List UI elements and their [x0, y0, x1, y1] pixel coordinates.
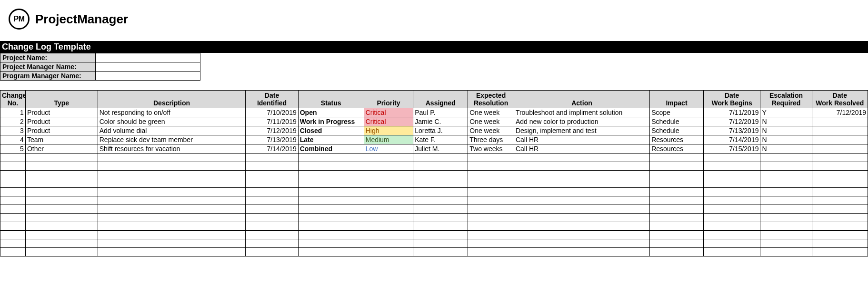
cell-status[interactable]: Closed [298, 126, 364, 135]
empty-cell[interactable] [246, 171, 298, 179]
empty-cell[interactable] [25, 179, 98, 188]
empty-cell[interactable] [468, 162, 514, 171]
empty-cell[interactable] [413, 205, 468, 214]
empty-cell[interactable] [650, 179, 704, 188]
empty-cell[interactable] [246, 154, 298, 162]
empty-cell[interactable] [650, 196, 704, 205]
empty-cell[interactable] [25, 214, 98, 222]
empty-cell[interactable] [364, 239, 413, 248]
meta-value[interactable] [96, 72, 200, 81]
empty-cell[interactable] [0, 214, 26, 222]
cell-no[interactable]: 2 [0, 117, 26, 126]
empty-cell[interactable] [650, 188, 704, 196]
cell-impact[interactable]: Resources [650, 135, 704, 144]
cell-dateWB[interactable]: 7/12/2019 [703, 117, 760, 126]
cell-status[interactable]: Combined [298, 144, 364, 154]
cell-impact[interactable]: Schedule [650, 117, 704, 126]
cell-type[interactable]: Team [25, 135, 98, 144]
cell-dateId[interactable]: 7/11/2019 [246, 117, 298, 126]
empty-cell[interactable] [25, 171, 98, 179]
cell-assigned[interactable]: Jamie C. [413, 117, 468, 126]
empty-cell[interactable] [413, 214, 468, 222]
empty-cell[interactable] [98, 188, 246, 196]
cell-dateR[interactable] [812, 135, 868, 144]
cell-type[interactable]: Product [25, 126, 98, 135]
empty-cell[interactable] [413, 171, 468, 179]
empty-cell[interactable] [25, 196, 98, 205]
empty-cell[interactable] [246, 162, 298, 171]
empty-cell[interactable] [246, 239, 298, 248]
meta-value[interactable] [96, 53, 200, 62]
cell-desc[interactable]: Replace sick dev team member [98, 135, 246, 144]
empty-cell[interactable] [246, 196, 298, 205]
cell-no[interactable]: 4 [0, 135, 26, 144]
empty-cell[interactable] [514, 248, 649, 256]
empty-cell[interactable] [298, 248, 364, 256]
empty-cell[interactable] [760, 231, 812, 239]
cell-impact[interactable]: Schedule [650, 126, 704, 135]
empty-cell[interactable] [703, 188, 760, 196]
empty-cell[interactable] [514, 205, 649, 214]
empty-cell[interactable] [650, 162, 704, 171]
cell-dateId[interactable]: 7/14/2019 [246, 144, 298, 154]
empty-cell[interactable] [514, 154, 649, 162]
empty-cell[interactable] [98, 231, 246, 239]
empty-cell[interactable] [0, 239, 26, 248]
empty-cell[interactable] [812, 222, 868, 231]
cell-status[interactable]: Late [298, 135, 364, 144]
empty-cell[interactable] [703, 214, 760, 222]
empty-cell[interactable] [98, 162, 246, 171]
empty-cell[interactable] [650, 239, 704, 248]
empty-cell[interactable] [98, 214, 246, 222]
cell-expRes[interactable]: Three days [468, 135, 514, 144]
empty-cell[interactable] [812, 162, 868, 171]
empty-cell[interactable] [514, 171, 649, 179]
cell-priority[interactable]: High [364, 126, 413, 135]
empty-cell[interactable] [0, 188, 26, 196]
cell-dateR[interactable] [812, 126, 868, 135]
cell-type[interactable]: Product [25, 108, 98, 117]
empty-cell[interactable] [812, 205, 868, 214]
cell-esc[interactable]: N [760, 144, 812, 154]
empty-cell[interactable] [468, 179, 514, 188]
empty-cell[interactable] [413, 154, 468, 162]
empty-cell[interactable] [98, 248, 246, 256]
empty-cell[interactable] [514, 214, 649, 222]
cell-priority[interactable]: Low [364, 144, 413, 154]
cell-dateWB[interactable]: 7/15/2019 [703, 144, 760, 154]
empty-cell[interactable] [703, 162, 760, 171]
empty-cell[interactable] [25, 162, 98, 171]
empty-cell[interactable] [514, 162, 649, 171]
empty-cell[interactable] [0, 196, 26, 205]
empty-cell[interactable] [760, 214, 812, 222]
empty-cell[interactable] [0, 179, 26, 188]
cell-status[interactable]: Work in Progress [298, 117, 364, 126]
empty-cell[interactable] [812, 188, 868, 196]
empty-cell[interactable] [246, 179, 298, 188]
empty-cell[interactable] [364, 231, 413, 239]
empty-cell[interactable] [468, 188, 514, 196]
cell-expRes[interactable]: One week [468, 108, 514, 117]
empty-cell[interactable] [760, 171, 812, 179]
empty-cell[interactable] [812, 171, 868, 179]
empty-cell[interactable] [812, 196, 868, 205]
empty-cell[interactable] [298, 214, 364, 222]
empty-cell[interactable] [25, 205, 98, 214]
empty-cell[interactable] [703, 239, 760, 248]
empty-cell[interactable] [0, 231, 26, 239]
empty-cell[interactable] [98, 222, 246, 231]
empty-cell[interactable] [298, 205, 364, 214]
cell-priority[interactable]: Medium [364, 135, 413, 144]
cell-desc[interactable]: Not responding to on/off [98, 108, 246, 117]
empty-cell[interactable] [298, 188, 364, 196]
cell-esc[interactable]: Y [760, 108, 812, 117]
cell-no[interactable]: 5 [0, 144, 26, 154]
empty-cell[interactable] [0, 222, 26, 231]
empty-cell[interactable] [703, 171, 760, 179]
empty-cell[interactable] [468, 231, 514, 239]
empty-cell[interactable] [298, 196, 364, 205]
empty-cell[interactable] [413, 248, 468, 256]
cell-expRes[interactable]: Two weeks [468, 144, 514, 154]
empty-cell[interactable] [703, 154, 760, 162]
empty-cell[interactable] [703, 222, 760, 231]
